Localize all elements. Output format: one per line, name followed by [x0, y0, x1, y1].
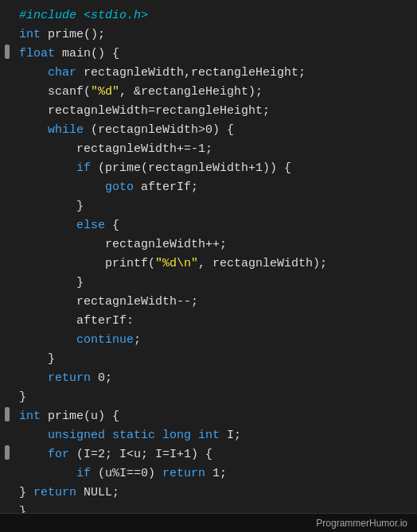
code-line-23: unsigned static long int I;: [0, 426, 417, 445]
gutter-11: [0, 197, 14, 216]
code-line-14: printf("%d\n", rectagnleWidth);: [0, 254, 417, 274]
code-line-12: else {: [0, 216, 417, 235]
code-text-21: }: [19, 388, 26, 407]
code-text-15: }: [19, 274, 84, 293]
gutter-14: [0, 254, 14, 274]
code-text-12: else {: [19, 216, 119, 235]
gutter-1: [0, 6, 14, 25]
code-text-19: }: [19, 350, 55, 369]
code-line-24: for (I=2; I<u; I=I+1) {: [0, 445, 417, 464]
gutter-20: [0, 369, 14, 388]
code-text-10: goto afterIf;: [19, 178, 198, 197]
code-line-6: rectagnleWidth=rectangleHeight;: [0, 102, 417, 121]
gutter-21: [0, 388, 14, 407]
gutter-17: [0, 312, 14, 331]
gutter-12: [0, 216, 14, 235]
code-text-24: for (I=2; I<u; I=I+1) {: [19, 445, 212, 464]
gutter-15: [0, 274, 14, 293]
code-line-20: return 0;: [0, 369, 417, 388]
code-text-16: rectagnleWidth--;: [19, 293, 198, 312]
code-text-9: if (prime(rectagnleWidth+1)) {: [19, 159, 291, 178]
gutter-mark-3: [5, 45, 10, 59]
code-line-25: if (u%I==0) return 1;: [0, 464, 417, 483]
code-block: #include <stdio.h> int prime(); float ma…: [0, 0, 417, 513]
code-text-18: continue;: [19, 331, 141, 350]
code-line-2: int prime();: [0, 25, 417, 45]
code-text-14: printf("%d\n", rectagnleWidth);: [19, 254, 327, 274]
code-text-22: int prime(u) {: [19, 407, 119, 426]
gutter-6: [0, 102, 14, 121]
gutter-7: [0, 121, 14, 140]
code-line-27: }: [0, 503, 417, 513]
code-text-4: char rectagnleWidth,rectangleHeight;: [19, 64, 306, 83]
code-line-18: continue;: [0, 331, 417, 350]
code-text-3: float main() {: [19, 45, 119, 64]
code-text-7: while (rectagnleWidth>0) {: [19, 121, 234, 140]
code-line-22: int prime(u) {: [0, 407, 417, 426]
code-line-19: }: [0, 350, 417, 369]
code-line-7: while (rectagnleWidth>0) {: [0, 121, 417, 140]
code-line-5: scanf("%d", &rectangleHeight);: [0, 83, 417, 102]
footer: ProgrammerHumor.io: [0, 513, 417, 532]
code-text-25: if (u%I==0) return 1;: [19, 464, 227, 483]
code-text-13: rectagnleWidth++;: [19, 235, 227, 254]
gutter-27: [0, 503, 14, 513]
gutter-13: [0, 235, 14, 254]
gutter-4: [0, 64, 14, 83]
gutter-9: [0, 159, 14, 178]
gutter-19: [0, 350, 14, 369]
gutter-26: [0, 483, 14, 503]
code-text-11: }: [19, 197, 84, 216]
code-text-26: } return NULL;: [19, 483, 119, 503]
code-line-3: float main() {: [0, 45, 417, 64]
gutter-23: [0, 426, 14, 445]
code-text-8: rectagnleWidth+=-1;: [19, 140, 212, 159]
gutter-5: [0, 83, 14, 102]
gutter-3: [0, 45, 14, 64]
code-line-8: rectagnleWidth+=-1;: [0, 140, 417, 159]
code-line-13: rectagnleWidth++;: [0, 235, 417, 254]
code-line-16: rectagnleWidth--;: [0, 293, 417, 312]
code-line-9: if (prime(rectagnleWidth+1)) {: [0, 159, 417, 178]
gutter-18: [0, 331, 14, 350]
gutter-24: [0, 445, 14, 464]
code-text-5: scanf("%d", &rectangleHeight);: [19, 83, 263, 102]
brand-label: ProgrammerHumor.io: [316, 518, 407, 529]
code-line-1: #include <stdio.h>: [0, 6, 417, 25]
code-line-11: }: [0, 197, 417, 216]
code-text-1: #include <stdio.h>: [19, 6, 148, 25]
code-text-17: afterIf:: [19, 312, 134, 331]
code-text-6: rectagnleWidth=rectangleHeight;: [19, 102, 270, 121]
gutter-mark-22: [5, 407, 10, 421]
code-line-26: } return NULL;: [0, 483, 417, 503]
code-text-20: return 0;: [19, 369, 112, 388]
code-line-15: }: [0, 274, 417, 293]
code-line-4: char rectagnleWidth,rectangleHeight;: [0, 64, 417, 83]
gutter-mark-24: [5, 445, 10, 460]
gutter-2: [0, 25, 14, 45]
gutter-10: [0, 178, 14, 197]
code-text-23: unsigned static long int I;: [19, 426, 241, 445]
code-text-27: }: [19, 503, 26, 513]
gutter-8: [0, 140, 14, 159]
code-line-21: }: [0, 388, 417, 407]
gutter-22: [0, 407, 14, 426]
code-line-17: afterIf:: [0, 312, 417, 331]
gutter-25: [0, 464, 14, 483]
code-text-2: int prime();: [19, 25, 105, 45]
gutter-16: [0, 293, 14, 312]
code-line-10: goto afterIf;: [0, 178, 417, 197]
